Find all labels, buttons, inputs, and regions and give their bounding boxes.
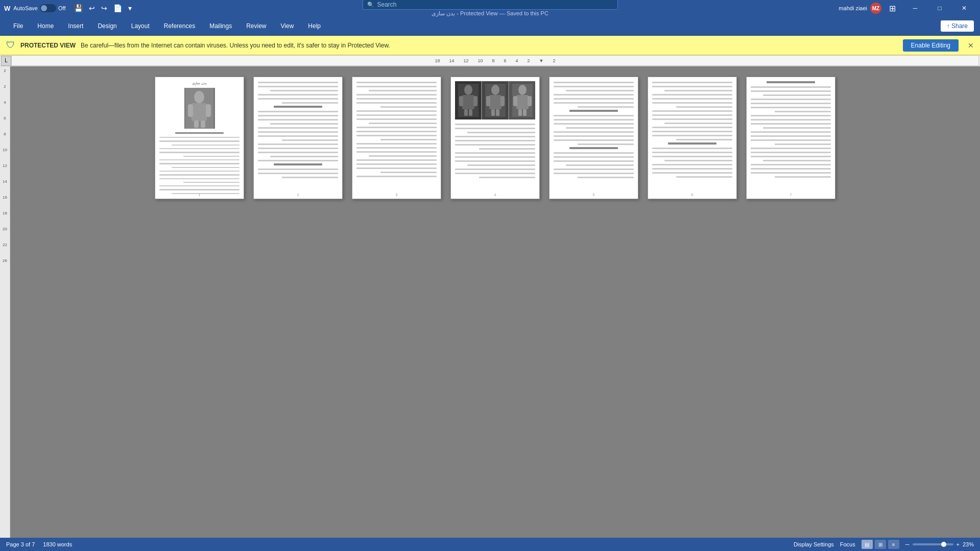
close-protected-bar-icon[interactable]: ✕ — [968, 41, 974, 50]
tab-home[interactable]: Home — [30, 16, 61, 36]
svg-rect-26 — [464, 109, 468, 116]
page-6-content — [648, 77, 736, 199]
new-doc-icon[interactable]: 📄 — [112, 3, 124, 13]
statusbar: Page 3 of 7 1830 words Display Settings … — [0, 538, 980, 551]
shield-icon: 🛡 — [6, 40, 15, 51]
document-area[interactable]: بدن سازی — [10, 66, 980, 538]
page-info: Page 3 of 7 — [6, 541, 35, 547]
svg-point-8 — [518, 85, 527, 95]
tab-design[interactable]: Design — [90, 16, 124, 36]
print-layout-view-button[interactable]: ▤ — [862, 540, 873, 549]
page-5-content — [549, 77, 638, 199]
svg-rect-19 — [491, 109, 495, 116]
read-mode-view-button[interactable]: ≡ — [888, 540, 899, 549]
vertical-ruler: 2 2 4 6 8 10 12 14 16 18 20 22 26 — [0, 66, 10, 538]
svg-rect-27 — [469, 109, 472, 116]
svg-rect-25 — [473, 96, 477, 106]
tab-references[interactable]: References — [157, 16, 202, 36]
search-icon: 🔍 — [367, 2, 374, 8]
page-6: 6 — [648, 77, 737, 199]
doc-separator: - — [457, 10, 460, 16]
search-input[interactable] — [377, 1, 613, 8]
protected-view-bar: 🛡 PROTECTED VIEW Be careful—files from t… — [0, 36, 980, 55]
page-1: بدن سازی — [155, 77, 244, 199]
autosave-label: AutoSave — [13, 5, 38, 11]
page-3-content — [352, 77, 441, 199]
share-button[interactable]: ↑ Share — [941, 20, 974, 32]
page6-number: 6 — [648, 193, 736, 197]
tab-file[interactable]: File — [6, 16, 30, 36]
customize-icon[interactable]: ▾ — [127, 3, 133, 13]
svg-rect-2 — [192, 103, 207, 121]
save-icon[interactable]: 💾 — [73, 3, 84, 13]
zoom-slider-thumb[interactable] — [941, 542, 946, 547]
page-4-content — [451, 77, 539, 199]
svg-rect-6 — [201, 121, 205, 128]
status-left: Page 3 of 7 1830 words — [6, 541, 72, 547]
svg-rect-12 — [518, 109, 522, 116]
titlebar-center: 🔍 بدن سازی - Protected View — Saved to t… — [247, 0, 733, 17]
status-right: Display Settings Focus ▤ ⊞ ≡ ─ + 23% — [794, 540, 974, 549]
pages-row: بدن سازی — [145, 77, 846, 199]
svg-rect-20 — [496, 109, 499, 116]
page3-number: 3 — [352, 193, 441, 197]
ribbon: File Home Insert Design Layout Reference… — [0, 16, 980, 36]
zoom-slider[interactable] — [913, 543, 953, 545]
zoom-level: 23% — [963, 541, 974, 547]
tab-insert[interactable]: Insert — [61, 16, 90, 36]
page1-header: بدن سازی — [159, 81, 240, 85]
ribbon-display-icon[interactable]: ⊞ — [888, 3, 897, 14]
redo-icon[interactable]: ↪ — [100, 3, 109, 13]
svg-rect-5 — [194, 121, 199, 128]
svg-rect-17 — [486, 96, 490, 106]
word-logo: W — [4, 5, 10, 12]
view-buttons: ▤ ⊞ ≡ — [862, 540, 899, 549]
minimize-button[interactable]: ─ — [903, 0, 927, 16]
autosave-toggle[interactable] — [40, 4, 56, 12]
protected-label: PROTECTED VIEW — [20, 42, 76, 49]
svg-rect-3 — [188, 104, 193, 117]
titlebar-right: mahdi ziaei MZ ⊞ ─ □ ✕ — [733, 0, 976, 16]
svg-point-22 — [464, 85, 472, 95]
menu-tabs: File Home Insert Design Layout Reference… — [6, 16, 328, 36]
zoom-minus-button[interactable]: ─ — [905, 541, 910, 547]
doc-mode: Protected View — [460, 10, 498, 16]
horizontal-ruler: 18 14 12 10 8 6 4 2 ▼ 2 — [11, 55, 979, 66]
display-settings-button[interactable]: Display Settings — [794, 541, 834, 547]
page2-number: 2 — [254, 193, 342, 197]
ruler-area: L 18 14 12 10 8 6 4 2 ▼ 2 — [0, 55, 980, 66]
tab-review[interactable]: Review — [239, 16, 273, 36]
page-1-content: بدن سازی — [155, 77, 244, 199]
close-button[interactable]: ✕ — [952, 0, 976, 16]
svg-point-15 — [491, 85, 499, 95]
tab-help[interactable]: Help — [301, 16, 328, 36]
word-count: 1830 words — [43, 541, 72, 547]
web-layout-view-button[interactable]: ⊞ — [875, 540, 886, 549]
svg-rect-9 — [516, 95, 529, 109]
svg-rect-4 — [206, 104, 211, 117]
tab-view[interactable]: View — [274, 16, 301, 36]
doc-separator2: — — [499, 10, 507, 16]
search-bar[interactable]: 🔍 — [363, 0, 618, 10]
focus-button[interactable]: Focus — [840, 541, 855, 547]
page7-number: 7 — [747, 193, 835, 197]
maximize-button[interactable]: □ — [928, 0, 951, 16]
protected-message: Be careful—files from the Internet can c… — [81, 42, 898, 49]
p1-heading — [175, 132, 223, 134]
svg-rect-24 — [459, 96, 463, 106]
undo-icon[interactable]: ↩ — [87, 3, 97, 13]
page-4: 4 — [450, 77, 540, 199]
tab-layout[interactable]: Layout — [124, 16, 157, 36]
user-name: mahdi ziaei — [839, 5, 867, 11]
svg-rect-23 — [462, 95, 474, 109]
ruler-corner-button[interactable]: L — [1, 56, 11, 66]
enable-editing-button[interactable]: Enable Editing — [903, 39, 959, 52]
svg-rect-10 — [513, 96, 517, 106]
doc-name: بدن سازی — [432, 10, 455, 16]
page-2-content — [254, 77, 342, 199]
titlebar-left: W AutoSave Off 💾 ↩ ↪ 📄 ▾ — [4, 3, 247, 13]
svg-rect-18 — [500, 96, 505, 106]
zoom-plus-button[interactable]: + — [957, 541, 960, 547]
tab-mailings[interactable]: Mailings — [202, 16, 239, 36]
page4-images — [455, 81, 535, 119]
